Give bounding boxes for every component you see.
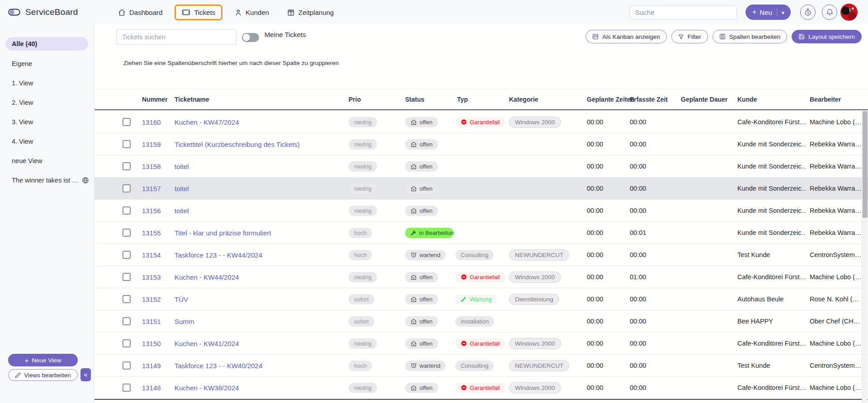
column-header-prio[interactable]: Prio [345,96,401,103]
ticket-name-link[interactable]: TÜV [171,295,345,303]
column-header-nummer[interactable]: Nummer [138,96,171,103]
chevron-down-icon[interactable]: ▼ [777,8,791,16]
ticket-number-link[interactable]: 13151 [138,318,171,325]
table-row[interactable]: 13152TÜVsofortoffenWartungDienstleistung… [94,288,868,310]
ticket-name-link[interactable]: Kuchen - KW38/2024 [171,384,345,392]
column-header-ticketname[interactable]: Ticketname [171,96,345,103]
column-header-bearbeiter[interactable]: Bearbeiter [806,96,868,103]
ticket-name-link[interactable]: Taskforce 123 - - KW44/2024 [171,251,345,259]
timer-button[interactable] [800,5,816,20]
column-header-typ[interactable]: Typ [453,96,505,103]
column-header-geplante-dauer[interactable]: Geplante Dauer [677,96,734,103]
user-avatar[interactable] [840,4,858,21]
row-checkbox[interactable] [123,295,131,303]
view-list: Alle (40)Eigene1. View2. View3. View4. V… [0,24,94,190]
ticket-name-link[interactable]: Kuchen - KW44/2024 [171,273,345,281]
show-as-kanban-button[interactable]: Als Kanban anzeigen [585,30,667,43]
new-view-button[interactable]: + Neue View [8,354,78,366]
table-row[interactable]: 13157toitelniedrigoffen00:0000:00Kunde m… [94,178,868,200]
ticket-number-link[interactable]: 13152 [138,295,171,303]
ticket-number-link[interactable]: 13154 [138,251,171,259]
columns-icon [719,33,726,40]
ticket-number-link[interactable]: 13153 [138,273,171,281]
row-checkbox[interactable] [123,140,131,148]
global-search-input[interactable] [629,5,737,19]
ticket-number-link[interactable]: 13150 [138,340,171,347]
kategorie-cell: NEWUNDERCUT [505,249,583,261]
new-button[interactable]: + Neu ▼ [745,5,791,20]
save-layout-button[interactable]: Layout speichern [792,30,862,43]
row-checkbox[interactable] [123,184,131,192]
table-row[interactable]: 13151SummsofortoffenInstallation00:0000:… [94,310,868,333]
ticket-number-link[interactable]: 13156 [138,207,171,215]
row-checkbox[interactable] [123,273,131,281]
ticket-number-link[interactable]: 13148 [138,384,171,392]
vertical-scrollbar[interactable] [862,111,868,403]
row-checkbox[interactable] [123,384,131,392]
sidebar-view-item[interactable]: The winner takes ist … [5,170,88,190]
column-header-erfasste-zeit[interactable]: Erfasste Zeit [626,96,677,103]
nav-item-zeitplanung[interactable]: Zeitplanung [281,5,340,20]
sidebar-view-item[interactable]: 1. View [5,73,88,93]
ticket-number-link[interactable]: 13157 [138,185,171,192]
row-checkbox[interactable] [123,251,131,259]
column-header-geplante-zeiten[interactable]: Geplante Zeiten [583,96,626,103]
row-checkbox[interactable] [123,118,131,126]
row-checkbox[interactable] [123,206,131,215]
edit-views-button[interactable]: Views bearbeiten [8,369,78,381]
table-row[interactable]: 13158toitelniedrigoffen00:0000:00Kunde m… [94,155,868,178]
notifications-button[interactable] [822,5,837,20]
column-header-status[interactable]: Status [401,96,453,103]
row-checkbox[interactable] [123,229,131,237]
planned-times-cell: 00:00 [583,207,626,214]
status-cell: offen [401,272,453,282]
sidebar-view-item[interactable]: 3. View [5,112,88,131]
sidebar-view-item[interactable]: Alle (40) [5,37,88,51]
ticket-name-link[interactable]: toitel [171,163,345,170]
column-header-kategorie[interactable]: Kategorie [505,96,583,103]
ticket-name-link[interactable]: Titel - klar und präzise formuliert [171,229,345,237]
collapse-sidebar-button[interactable]: « [80,368,91,381]
table-row[interactable]: 13148Kuchen - KW38/2024niedrigoffenGaran… [94,377,868,399]
table-row[interactable]: 13153Kuchen - KW44/2024niedrigoffenGaran… [94,266,868,288]
table-row[interactable]: 13155Titel - klar und präzise formuliert… [94,222,868,244]
ticket-name-link[interactable]: toitel [171,185,345,192]
table-row[interactable]: 13159Tickettitel (Kurzbeschreibung des T… [94,133,868,155]
ticket-name-link[interactable]: Kuchen - KW47/2024 [171,118,345,126]
minus-circle-icon [461,384,467,391]
prio-cell: hoch [345,250,401,260]
ticket-number-link[interactable]: 13159 [138,141,171,148]
table-row[interactable]: 13154Taskforce 123 - - KW44/2024hochwart… [94,244,868,266]
ticket-name-link[interactable]: Kuchen - KW41/2024 [171,340,345,347]
sidebar-view-item[interactable]: 2. View [5,93,88,112]
prio-badge: niedrig [349,272,377,282]
table-row[interactable]: 13160Kuchen - KW47/2024niedrigoffenGaran… [94,111,868,133]
row-checkbox[interactable] [123,361,131,370]
row-checkbox[interactable] [123,317,131,325]
ticket-name-link[interactable]: Tickettitel (Kurzbeschreibung des Ticket… [171,141,345,148]
row-checkbox[interactable] [123,162,131,170]
ticket-name-link[interactable]: Taskforce 123 - - KW40/2024 [171,362,345,370]
filter-button[interactable]: Filter [671,30,708,43]
ticket-number-link[interactable]: 13158 [138,163,171,170]
sidebar-view-item[interactable]: neue View [5,151,88,170]
my-tickets-toggle[interactable] [242,33,259,42]
column-header-kunde[interactable]: Kunde [734,96,806,103]
edit-columns-button[interactable]: Spalten bearbeiten [712,30,787,43]
nav-item-dashboard[interactable]: Dashboard [112,5,168,20]
ticket-name-link[interactable]: Summ [171,318,345,325]
row-checkbox[interactable] [123,339,131,347]
sidebar-view-item[interactable]: Eigene [5,54,88,73]
sidebar-view-item[interactable]: 4. View [5,131,88,151]
ticket-number-link[interactable]: 13155 [138,229,171,237]
nav-item-kunden[interactable]: Kunden [229,5,275,20]
ticket-number-link[interactable]: 13149 [138,362,171,370]
tickets-search-input[interactable] [116,29,236,45]
nav-item-tickets[interactable]: Tickets [175,5,222,20]
ticket-number-link[interactable]: 13160 [138,118,171,126]
scrollbar-thumb[interactable] [863,111,868,218]
table-row[interactable]: 13150Kuchen - KW41/2024niedrigoffenGaran… [94,333,868,355]
table-row[interactable]: 13149Taskforce 123 - - KW40/2024hochwart… [94,355,868,377]
ticket-name-link[interactable]: toitel [171,207,345,215]
table-row[interactable]: 13156toitelniedrigoffen00:0000:00Kunde m… [94,200,868,222]
